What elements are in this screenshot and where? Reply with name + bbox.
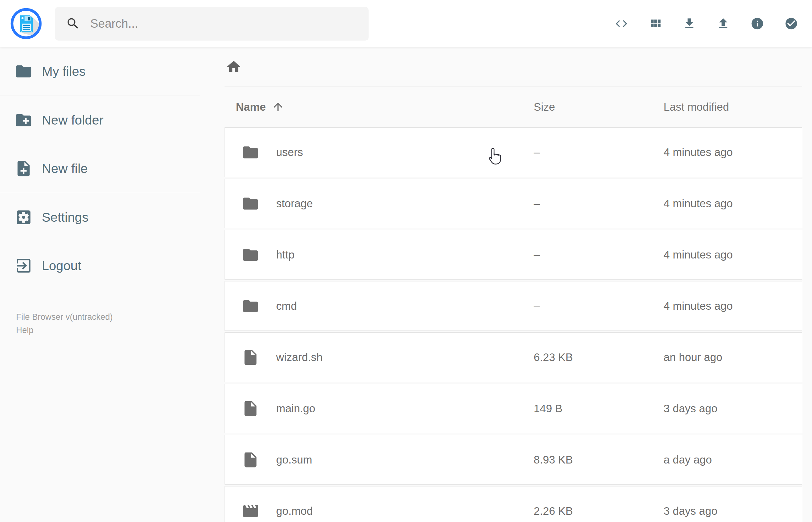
name-cell: go.mod: [225, 502, 532, 520]
sidebar-item-label: Settings: [42, 210, 88, 225]
name-cell: cmd: [225, 297, 532, 315]
file-row-storage[interactable]: storage – 4 minutes ago: [225, 179, 802, 228]
file-name: main.go: [276, 402, 316, 415]
info-icon: [750, 17, 764, 31]
grid-view-button[interactable]: [648, 17, 662, 31]
file-row-users[interactable]: users – 4 minutes ago: [225, 127, 802, 177]
info-button[interactable]: [750, 17, 764, 31]
modified-cell: an hour ago: [662, 351, 802, 363]
toolbar-actions: [614, 17, 798, 31]
folder-icon: [15, 62, 33, 80]
modified-cell: 4 minutes ago: [662, 248, 802, 261]
search-bar: [55, 7, 369, 41]
sidebar-item-label: Logout: [42, 259, 81, 273]
upload-icon: [716, 17, 730, 31]
file-row-wizard-sh[interactable]: wizard.sh 6.23 KB an hour ago: [225, 333, 802, 382]
file-row-cmd[interactable]: cmd – 4 minutes ago: [225, 281, 802, 331]
breadcrumb: [225, 47, 802, 86]
sidebar-item-my-files[interactable]: My files: [0, 47, 200, 96]
file-name: users: [276, 146, 303, 159]
settings-icon: [15, 208, 33, 226]
column-header-name: Name: [236, 101, 266, 113]
sidebar-item-label: My files: [42, 64, 85, 79]
sidebar-item-label: New file: [42, 161, 88, 176]
new-folder-icon: [15, 111, 33, 129]
modified-cell: 4 minutes ago: [662, 146, 802, 159]
search-input[interactable]: [90, 17, 358, 31]
folder-icon: [242, 246, 260, 264]
home-icon: [226, 59, 242, 75]
name-cell: wizard.sh: [225, 348, 532, 366]
sidebar-item-logout[interactable]: Logout: [0, 241, 200, 290]
name-cell: main.go: [225, 400, 532, 418]
file-row-go-sum[interactable]: go.sum 8.93 KB a day ago: [225, 435, 802, 485]
raw-view-button[interactable]: [614, 17, 628, 31]
sidebar-item-new-file[interactable]: New file: [0, 144, 200, 193]
sort-by-size-header[interactable]: Size: [532, 101, 662, 113]
modified-cell: 3 days ago: [662, 505, 802, 517]
size-cell: 149 B: [532, 402, 662, 415]
sort-by-name-header[interactable]: Name: [225, 100, 532, 114]
size-cell: 2.26 KB: [532, 505, 662, 517]
code-icon: [614, 17, 628, 31]
logout-icon: [15, 257, 33, 275]
help-link[interactable]: Help: [16, 325, 34, 335]
file-name: http: [276, 248, 295, 261]
name-cell: users: [225, 143, 532, 161]
breadcrumb-home-button[interactable]: [226, 59, 242, 75]
size-cell: 8.93 KB: [532, 454, 662, 466]
download-icon: [683, 17, 696, 31]
top-bar: [0, 0, 812, 47]
folder-icon: [242, 297, 260, 315]
column-header-modified: Last modified: [664, 101, 729, 113]
file-rows: users – 4 minutes ago storage – 4 minute…: [225, 127, 802, 522]
modified-cell: 3 days ago: [662, 402, 802, 415]
file-icon: [242, 400, 260, 418]
file-icon: [242, 348, 260, 366]
grid-view-icon: [648, 17, 662, 31]
app-logo-floppy-icon: [11, 8, 42, 39]
check-circle-icon: [784, 17, 798, 31]
modified-cell: 4 minutes ago: [662, 197, 802, 210]
sidebar: My files New folder New file Settings Lo…: [0, 47, 200, 522]
new-file-icon: [15, 159, 33, 178]
column-header-size: Size: [534, 101, 555, 113]
file-name: cmd: [276, 300, 297, 312]
file-row-go-mod[interactable]: go.mod 2.26 KB 3 days ago: [225, 486, 802, 522]
size-cell: 6.23 KB: [532, 351, 662, 363]
file-name: go.mod: [276, 505, 313, 517]
sidebar-item-new-folder[interactable]: New folder: [0, 96, 200, 144]
name-cell: http: [225, 246, 532, 264]
file-name: storage: [276, 197, 313, 210]
listing-header: Name Size Last modified: [225, 86, 802, 127]
file-row-http[interactable]: http – 4 minutes ago: [225, 230, 802, 280]
file-name: go.sum: [276, 454, 312, 466]
size-cell: –: [532, 146, 662, 159]
select-multiple-button[interactable]: [784, 17, 798, 31]
file-row-main-go[interactable]: main.go 149 B 3 days ago: [225, 384, 802, 433]
download-button[interactable]: [683, 17, 696, 31]
search-icon: [66, 16, 80, 31]
sidebar-footer: File Browser v(untracked) Help: [16, 311, 113, 337]
size-cell: –: [532, 248, 662, 261]
sidebar-item-settings[interactable]: Settings: [0, 193, 200, 241]
sidebar-item-label: New folder: [42, 113, 103, 128]
size-cell: –: [532, 197, 662, 210]
name-cell: storage: [225, 195, 532, 213]
folder-icon: [242, 143, 260, 161]
size-cell: –: [532, 300, 662, 312]
file-listing-area: Name Size Last modified users – 4 minute…: [225, 47, 802, 522]
upload-button[interactable]: [716, 17, 730, 31]
file-icon: [242, 451, 260, 469]
movie-file-icon: [242, 502, 260, 520]
modified-cell: a day ago: [662, 454, 802, 466]
sort-ascending-arrow-icon: [271, 100, 285, 114]
file-name: wizard.sh: [276, 351, 323, 363]
folder-icon: [242, 195, 260, 213]
app-version-text: File Browser v(untracked): [16, 311, 113, 324]
sort-by-modified-header[interactable]: Last modified: [662, 101, 802, 113]
name-cell: go.sum: [225, 451, 532, 469]
modified-cell: 4 minutes ago: [662, 300, 802, 312]
